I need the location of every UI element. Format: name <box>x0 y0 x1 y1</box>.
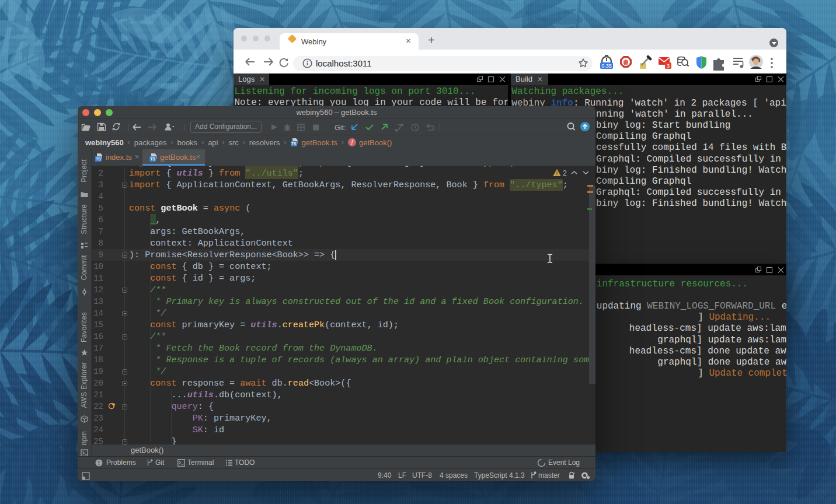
svg-text:2: 2 <box>563 169 567 177</box>
svg-text:Git:: Git: <box>335 124 346 132</box>
svg-text:0.35: 0.35 <box>601 63 612 69</box>
svg-text:3: 3 <box>667 63 670 69</box>
